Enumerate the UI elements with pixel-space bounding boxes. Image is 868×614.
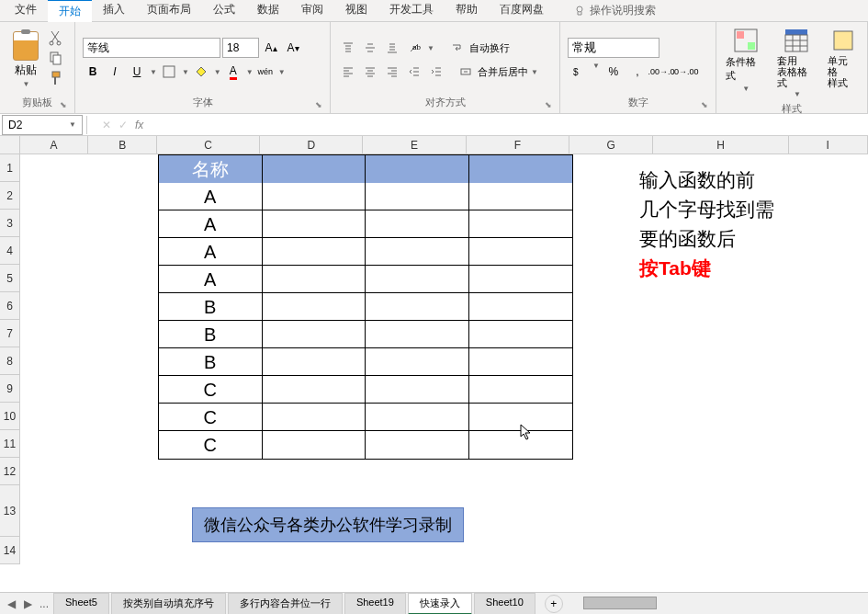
align-middle-button[interactable] [360, 38, 380, 58]
row-header-2[interactable]: 2 [0, 182, 20, 210]
table-cell[interactable] [366, 321, 469, 348]
decrease-decimal-button[interactable]: .0→.00 [675, 62, 695, 82]
table-cell[interactable] [366, 183, 469, 210]
table-cell[interactable]: C [159, 431, 263, 459]
table-cell[interactable] [263, 183, 366, 210]
table-cell[interactable] [469, 348, 573, 376]
cancel-icon[interactable]: ✕ [102, 119, 111, 131]
table-cell[interactable] [366, 266, 469, 293]
table-cell[interactable] [263, 210, 366, 238]
table-cell[interactable] [263, 431, 366, 459]
expand-icon[interactable]: ⬊ [315, 100, 322, 109]
row-header-1[interactable]: 1 [0, 154, 20, 182]
table-cell[interactable] [263, 238, 366, 266]
percent-button[interactable]: % [603, 62, 624, 82]
table-cell[interactable] [366, 293, 469, 321]
menu-插入[interactable]: 插入 [92, 0, 136, 22]
increase-indent-button[interactable] [426, 62, 446, 82]
table-cell[interactable] [469, 431, 573, 459]
merge-button[interactable] [456, 62, 476, 82]
menu-开始[interactable]: 开始 [48, 0, 92, 22]
format-painter-icon[interactable] [48, 70, 64, 86]
enter-icon[interactable]: ✓ [118, 119, 128, 131]
row-header-9[interactable]: 9 [0, 375, 20, 403]
sheet-nav-more[interactable]: ... [37, 597, 51, 611]
row-header-5[interactable]: 5 [0, 265, 20, 292]
table-cell[interactable]: C [159, 404, 263, 431]
font-name-select[interactable] [83, 38, 220, 58]
table-cell[interactable] [469, 238, 573, 266]
table-header-cell[interactable] [469, 155, 573, 183]
menu-文件[interactable]: 文件 [4, 0, 48, 22]
increase-decimal-button[interactable]: .00→.0 [651, 62, 671, 82]
menu-帮助[interactable]: 帮助 [445, 0, 489, 22]
table-cell[interactable] [366, 210, 469, 238]
increase-font-button[interactable]: A▴ [261, 38, 281, 58]
table-cell[interactable] [263, 266, 366, 293]
copy-icon[interactable] [48, 50, 64, 66]
align-left-button[interactable] [338, 62, 358, 82]
col-header-A[interactable]: A [20, 136, 89, 154]
table-cell[interactable] [366, 404, 469, 431]
table-cell[interactable] [469, 404, 573, 431]
align-top-button[interactable] [338, 38, 358, 58]
col-header-F[interactable]: F [467, 136, 569, 154]
scroll-thumb[interactable] [583, 597, 657, 609]
row-header-4[interactable]: 4 [0, 237, 20, 265]
name-box[interactable]: D2 ▼ [2, 115, 83, 135]
expand-icon[interactable]: ⬊ [545, 100, 552, 109]
row-header-10[interactable]: 10 [0, 403, 20, 430]
italic-button[interactable]: I [105, 62, 125, 82]
sheet-tab-1[interactable]: 按类别自动填充序号 [111, 593, 226, 615]
phonetic-button[interactable]: wén [255, 62, 276, 82]
col-header-I[interactable]: I [789, 136, 868, 154]
number-format-select[interactable] [568, 38, 659, 58]
underline-button[interactable]: U [127, 62, 147, 82]
menu-视图[interactable]: 视图 [334, 0, 378, 22]
accounting-button[interactable]: $ [568, 62, 588, 82]
col-header-C[interactable]: C [157, 136, 260, 154]
row-header-7[interactable]: 7 [0, 320, 20, 347]
table-header-cell[interactable]: 名称 [159, 155, 263, 183]
menu-公式[interactable]: 公式 [202, 0, 246, 22]
col-header-G[interactable]: G [569, 136, 653, 154]
row-header-14[interactable]: 14 [0, 537, 20, 564]
cut-icon[interactable] [48, 29, 64, 46]
table-cell[interactable]: C [159, 376, 263, 404]
table-cell[interactable] [263, 376, 366, 404]
table-cell[interactable]: B [159, 348, 263, 376]
table-cell[interactable] [263, 404, 366, 431]
sheet-tab-4[interactable]: 快速录入 [408, 593, 472, 615]
decrease-font-button[interactable]: A▾ [283, 38, 303, 58]
menu-审阅[interactable]: 审阅 [290, 0, 334, 22]
cell-style-button[interactable]: 单元格 样式 [826, 26, 860, 100]
table-cell[interactable] [366, 431, 469, 459]
table-style-button[interactable]: 套用 表格格式▼ [775, 26, 819, 100]
orientation-button[interactable]: ab [404, 38, 424, 58]
menu-页面布局[interactable]: 页面布局 [136, 0, 202, 22]
spreadsheet-grid[interactable]: ABCDEFGHI 1234567891011121314 名称 AAAABBB… [0, 136, 868, 592]
comma-button[interactable]: , [627, 62, 648, 82]
decrease-indent-button[interactable] [404, 62, 424, 82]
add-sheet-button[interactable]: + [545, 595, 563, 613]
row-header-12[interactable]: 12 [0, 458, 20, 485]
table-cell[interactable] [366, 376, 469, 404]
expand-icon[interactable]: ⬊ [60, 100, 67, 109]
border-button[interactable] [159, 62, 179, 82]
select-all-corner[interactable] [0, 136, 20, 154]
col-header-H[interactable]: H [653, 136, 788, 154]
font-color-button[interactable]: A [223, 62, 243, 82]
col-header-E[interactable]: E [363, 136, 466, 154]
align-bottom-button[interactable] [382, 38, 402, 58]
sheet-tab-5[interactable]: Sheet10 [474, 593, 535, 615]
align-center-button[interactable] [360, 62, 380, 82]
font-size-select[interactable] [222, 38, 259, 58]
row-header-3[interactable]: 3 [0, 210, 20, 237]
menu-百度网盘[interactable]: 百度网盘 [489, 0, 555, 22]
expand-icon[interactable]: ⬊ [701, 100, 708, 109]
table-cell[interactable] [469, 321, 573, 348]
table-cell[interactable]: B [159, 321, 263, 348]
table-cell[interactable]: A [159, 266, 263, 293]
sheet-tab-2[interactable]: 多行内容合并位一行 [228, 593, 343, 615]
align-right-button[interactable] [382, 62, 402, 82]
